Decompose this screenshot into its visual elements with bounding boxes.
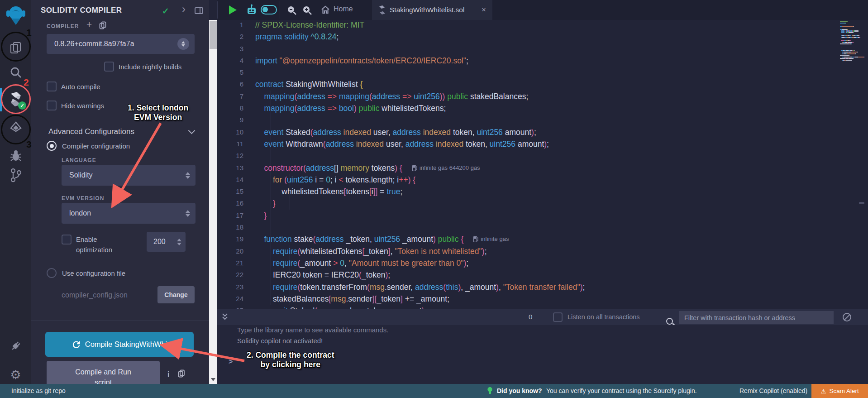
enable-optimization-checkbox[interactable] [62, 235, 72, 245]
bug-icon [9, 149, 23, 162]
evm-version-select[interactable]: london [62, 203, 196, 224]
terminal-prompt[interactable]: > [229, 358, 233, 366]
code-line[interactable]: 1// SPDX-License-Identifier: MIT [217, 19, 842, 31]
code-line[interactable]: 17 } [217, 210, 842, 221]
code-line[interactable]: 20 require(whitelistedTokens[_token], "T… [217, 245, 842, 257]
line-number: 10 [217, 126, 255, 138]
evm-version-value: london [69, 209, 91, 217]
chevron-right-icon[interactable]: › [182, 3, 186, 15]
lightbulb-icon [487, 387, 493, 395]
double-chevron-down-icon [222, 312, 228, 321]
code-line[interactable]: 4import "@openzeppelin/contracts/token/E… [217, 55, 842, 67]
code-line[interactable]: 19 function stake(address _token, uint25… [217, 233, 842, 245]
add-compiler-icon[interactable]: + [86, 19, 92, 30]
code-line[interactable]: 21 require(_amount > 0, "Amount must be … [217, 257, 842, 269]
info-icon[interactable]: i [167, 370, 169, 379]
use-config-file-radio[interactable] [47, 268, 57, 278]
home-label[interactable]: Home [334, 5, 353, 13]
run-script-play-button[interactable] [229, 5, 237, 14]
hide-warnings-label: Hide warnings [61, 102, 104, 110]
editor-topbar: Home StakingWithWhitelist.sol × [217, 0, 868, 20]
annotation-step1: 1. Select london EVM Version [128, 103, 188, 122]
scam-alert-button[interactable]: ⚠ Scam Alert [811, 384, 868, 398]
hide-warnings-checkbox[interactable] [47, 101, 57, 110]
code-line[interactable]: 9 [217, 114, 842, 126]
copilot-toggle[interactable] [261, 5, 277, 14]
auto-compile-checkbox[interactable] [47, 82, 57, 91]
change-config-button[interactable]: Change [157, 286, 195, 303]
home-icon [320, 5, 330, 14]
code-line[interactable]: 14 for (uint256 i = 0; i < tokens.length… [217, 174, 842, 186]
compiler-version-value: 0.8.26+commit.8a97fa7a [54, 40, 134, 48]
optimization-runs-input[interactable]: 200 [147, 232, 186, 252]
scrollbar-down-arrow[interactable] [211, 378, 215, 381]
home-button[interactable] [320, 5, 330, 16]
version-stepper-icon [177, 38, 189, 50]
code-line[interactable]: 2pragma solidity ^0.8.24; [217, 31, 842, 43]
code-line[interactable]: 18 [217, 221, 842, 233]
panel-scrollbar-thumb[interactable] [210, 21, 217, 49]
code-line[interactable]: 13 constructor(address[] memory tokens) … [217, 162, 842, 174]
code-line[interactable]: 5 [217, 67, 842, 78]
language-label: LANGUAGE [62, 157, 96, 163]
ai-copilot-button[interactable] [245, 4, 258, 18]
clear-console-icon[interactable] [843, 313, 851, 321]
code-line[interactable]: 15 whitelistedTokens[tokens[i]] = true; [217, 186, 842, 197]
remix-logo[interactable] [0, 3, 31, 28]
tab-staking-with-whitelist[interactable]: StakingWithWhitelist.sol × [372, 0, 492, 20]
transaction-count: 0 [529, 313, 532, 321]
zoom-in-button[interactable] [302, 5, 312, 17]
line-number: 14 [217, 174, 255, 186]
line-number: 8 [217, 102, 255, 114]
minimap[interactable] [840, 21, 866, 71]
compiler-configuration-radio[interactable] [47, 141, 57, 151]
advanced-configurations-title[interactable]: Advanced Configurations [48, 127, 134, 136]
compiler-version-select[interactable]: 0.8.26+commit.8a97fa7a [47, 34, 195, 54]
line-number: 24 [217, 293, 255, 305]
copy-compiler-icon[interactable] [99, 21, 107, 31]
compile-and-run-button[interactable]: Compile and Run script [47, 361, 160, 387]
code-lines[interactable]: 1// SPDX-License-Identifier: MIT2pragma … [217, 19, 842, 309]
language-select[interactable]: Solidity [62, 165, 196, 186]
compile-button[interactable]: Compile StakingWithWhi [45, 332, 194, 357]
sidebar-item-settings[interactable]: ⚙ [0, 367, 31, 383]
gas-estimate-annotation: infinite gas [473, 233, 509, 245]
line-number: 19 [217, 233, 255, 245]
listen-transactions-checkbox[interactable] [553, 312, 563, 322]
editor-scrollbar-thumb[interactable] [859, 202, 864, 204]
pin-panel-icon[interactable] [195, 7, 203, 14]
sidebar-item-debugger[interactable] [0, 148, 31, 164]
copilot-status[interactable]: Remix Copilot (enabled) [739, 387, 807, 394]
code-line[interactable]: 22 IERC20 token = IERC20(_token); [217, 269, 842, 281]
tab-close-icon[interactable]: × [482, 5, 486, 14]
annotation-circle-2 [1, 84, 31, 114]
expand-terminal-button[interactable] [222, 312, 228, 323]
code-line[interactable]: 11 event Withdrawn(address indexed user,… [217, 138, 842, 150]
code-line[interactable]: 23 require(token.transferFrom(msg.sender… [217, 281, 842, 293]
code-line[interactable]: 6contract StakingWithWhitelist { [217, 78, 842, 90]
config-filename[interactable]: compiler_config.json [62, 291, 128, 299]
remix-ide-window: ✓ [0, 0, 868, 398]
include-nightly-checkbox[interactable] [104, 62, 114, 72]
chevron-down-icon[interactable] [188, 127, 196, 134]
panel-scrollbar[interactable] [209, 20, 217, 384]
sidebar-item-plugin-manager[interactable] [0, 338, 31, 354]
code-line[interactable]: 12 [217, 150, 842, 162]
code-line[interactable]: 3 [217, 43, 842, 55]
copy-bytecode-icon[interactable] [178, 369, 185, 379]
code-line[interactable]: 25 emit Staked(msg.sender, _token, _amou… [217, 305, 842, 309]
evm-version-label: EVM VERSION [62, 195, 104, 201]
transaction-filter-input[interactable] [679, 311, 834, 324]
zoom-out-button[interactable] [287, 5, 297, 17]
git-init-button[interactable]: Initialize as git repo [11, 387, 66, 394]
code-line[interactable]: 8 mapping(address => bool) public whitel… [217, 102, 842, 114]
sidebar-item-git[interactable] [0, 167, 31, 184]
terminal-search-icon[interactable] [666, 318, 673, 325]
annotation-badge-2: 2 [24, 77, 29, 88]
terminal-toolbar: 0 Listen on all transactions [217, 309, 868, 325]
code-line[interactable]: 7 mapping(address => mapping(address => … [217, 91, 842, 102]
code-line[interactable]: 10 event Staked(address indexed user, ad… [217, 126, 842, 138]
code-line[interactable]: 24 stakedBalances[msg.sender][_token] +=… [217, 293, 842, 305]
copy-icon [178, 369, 185, 378]
code-line[interactable]: 16 } [217, 197, 842, 209]
